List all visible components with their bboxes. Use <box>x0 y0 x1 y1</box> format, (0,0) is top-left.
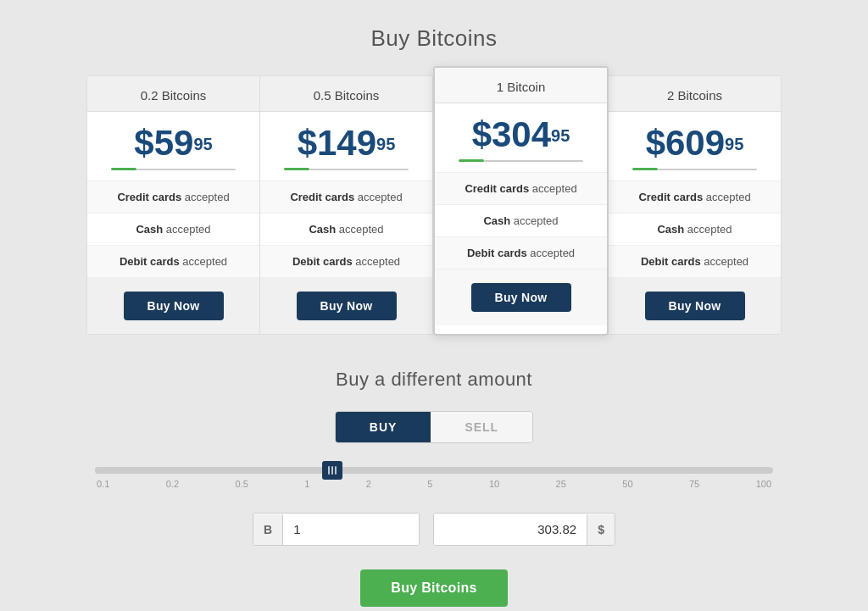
price-cents: 95 <box>725 135 743 153</box>
page-title: Buy Bitcoins <box>370 25 497 52</box>
pricing-card-card-0.2: 0.2 Bitcoins $5995 Credit cards accepted… <box>87 76 260 334</box>
different-amount-section: Buy a different amount BUY SELL 0.10.20.… <box>86 369 782 607</box>
slider-thumb-line-1 <box>328 466 330 475</box>
sell-toggle-button[interactable]: SELL <box>431 412 532 442</box>
slider-label: 25 <box>556 479 566 489</box>
feature-bold: Debit cards <box>120 255 180 268</box>
slider-label: 5 <box>427 479 432 489</box>
card-amount: 0.5 Bitcoins <box>260 76 432 112</box>
feature-bold: Credit cards <box>290 191 354 203</box>
divider-gray <box>658 169 756 170</box>
price-block: $60995 <box>609 112 781 181</box>
divider-green <box>459 159 484 162</box>
slider-thumb-line-2 <box>331 466 333 475</box>
card-footer: Buy Now <box>260 278 432 334</box>
price-divider <box>459 159 582 162</box>
feature-bold: Cash <box>657 223 684 236</box>
amount-slider-container: 0.10.20.512510255075100 <box>86 467 782 489</box>
feature-row-2: Debit cards accepted <box>435 237 607 269</box>
buy-toggle-button[interactable]: BUY <box>336 412 431 442</box>
buy-now-button[interactable]: Buy Now <box>471 283 571 312</box>
feature-bold: Credit cards <box>117 191 181 203</box>
feature-row-0: Credit cards accepted <box>87 181 259 214</box>
divider-gray <box>309 169 408 170</box>
feature-bold: Cash <box>309 223 336 236</box>
pricing-card-card-2: 2 Bitcoins $60995 Credit cards accepted … <box>609 76 781 334</box>
feature-row-0: Credit cards accepted <box>260 181 432 214</box>
buy-now-button[interactable]: Buy Now <box>645 292 745 320</box>
card-amount: 0.2 Bitcoins <box>87 76 259 112</box>
feature-bold: Cash <box>483 214 510 227</box>
feature-text: accepted <box>527 247 575 259</box>
slider-label: 0.1 <box>97 479 109 489</box>
slider-label: 100 <box>756 479 771 489</box>
feature-row-0: Credit cards accepted <box>609 181 781 214</box>
feature-text: accepted <box>336 223 383 236</box>
slider-label: 75 <box>689 479 699 489</box>
usd-input[interactable] <box>434 514 587 545</box>
card-footer: Buy Now <box>87 278 259 334</box>
feature-bold: Debit cards <box>641 255 701 268</box>
feature-text: accepted <box>181 191 229 203</box>
input-row: B $ <box>86 513 782 546</box>
buy-bitcoins-button[interactable]: Buy Bitcoins <box>360 569 507 607</box>
slider-thumb-line-3 <box>335 466 337 475</box>
feature-text: accepted <box>163 223 210 236</box>
feature-text: accepted <box>701 255 748 268</box>
feature-row-1: Cash accepted <box>87 214 259 246</box>
feature-text: accepted <box>684 223 732 236</box>
feature-text: accepted <box>510 214 558 227</box>
card-footer: Buy Now <box>435 269 607 325</box>
price-cents: 95 <box>376 135 395 153</box>
slider-label: 0.2 <box>166 479 179 489</box>
feature-row-2: Debit cards accepted <box>260 246 432 278</box>
slider-track <box>95 467 773 474</box>
price-main: $609 <box>646 123 725 163</box>
price-main: $59 <box>134 123 193 163</box>
usd-suffix: $ <box>587 514 615 545</box>
feature-text: accepted <box>529 182 576 195</box>
feature-bold: Cash <box>136 223 163 236</box>
price-cents: 95 <box>551 126 570 145</box>
divider-gray <box>484 160 582 162</box>
card-amount: 1 Bitcoin <box>435 68 607 103</box>
slider-label: 2 <box>366 479 371 489</box>
feature-bold: Credit cards <box>465 182 529 195</box>
price-divider <box>111 168 235 170</box>
feature-text: accepted <box>703 191 750 203</box>
feature-bold: Debit cards <box>467 247 527 259</box>
pricing-card-card-0.5: 0.5 Bitcoins $14995 Credit cards accepte… <box>260 76 433 334</box>
feature-text: accepted <box>353 255 400 268</box>
slider-fill <box>95 467 332 474</box>
slider-thumb[interactable] <box>322 461 342 480</box>
price-divider <box>632 168 756 170</box>
buy-now-button[interactable]: Buy Now <box>297 292 397 320</box>
price-block: $14995 <box>260 112 432 181</box>
usd-input-group: $ <box>433 513 615 546</box>
price-divider <box>284 168 408 170</box>
slider-labels: 0.10.20.512510255075100 <box>95 479 773 489</box>
feature-row-1: Cash accepted <box>609 214 781 246</box>
pricing-grid: 0.2 Bitcoins $5995 Credit cards accepted… <box>86 75 782 335</box>
pricing-card-card-1: 1 Bitcoin $30495 Credit cards accepted C… <box>433 66 609 336</box>
feature-bold: Credit cards <box>638 191 703 203</box>
feature-row-1: Cash accepted <box>260 214 432 246</box>
feature-text: accepted <box>354 191 402 203</box>
slider-label: 50 <box>622 479 632 489</box>
section-title: Buy a different amount <box>336 369 532 391</box>
card-footer: Buy Now <box>609 278 781 334</box>
slider-label: 0.5 <box>235 479 248 489</box>
price-block: $5995 <box>87 112 259 181</box>
feature-bold: Debit cards <box>292 255 353 268</box>
feature-row-2: Debit cards accepted <box>87 246 259 278</box>
buy-now-button[interactable]: Buy Now <box>124 292 224 320</box>
slider-label: 1 <box>304 479 309 489</box>
btc-input[interactable] <box>283 514 419 545</box>
feature-text: accepted <box>180 255 227 268</box>
feature-row-2: Debit cards accepted <box>609 246 781 278</box>
card-amount: 2 Bitcoins <box>609 76 781 112</box>
price-main: $304 <box>472 114 551 154</box>
btc-input-group: B <box>253 513 420 546</box>
divider-green <box>284 168 309 170</box>
btc-prefix: B <box>253 514 283 545</box>
